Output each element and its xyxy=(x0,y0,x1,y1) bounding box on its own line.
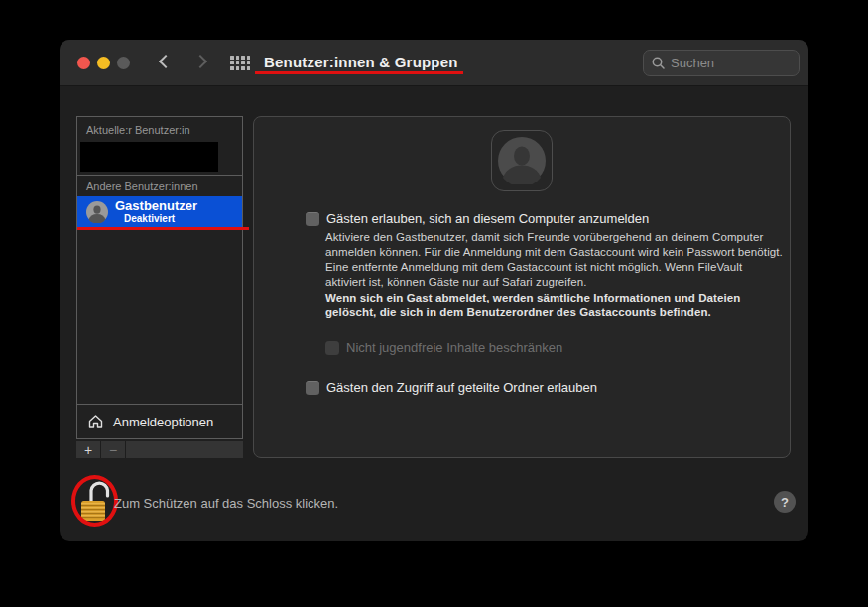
lock-hint-text: Zum Schützen auf das Schloss klicken. xyxy=(114,496,338,511)
search-input[interactable] xyxy=(671,56,791,70)
allow-guest-login-checkbox[interactable] xyxy=(306,212,319,226)
login-options-label: Anmeldeoptionen xyxy=(113,415,213,429)
toolbar-spacer xyxy=(126,441,243,458)
sidebar-divider xyxy=(77,175,242,176)
shared-folders-label: Gästen den Zugriff auf geteilte Ordner e… xyxy=(326,380,597,395)
guest-user-settings-panel: Gästen erlauben, sich an diesem Computer… xyxy=(253,116,791,458)
add-user-button[interactable]: + xyxy=(76,441,101,458)
annotation-lock-circle xyxy=(71,475,118,527)
home-icon xyxy=(87,414,104,429)
minimize-button[interactable] xyxy=(97,57,110,69)
sidebar-item-login-options[interactable]: Anmeldeoptionen xyxy=(77,405,242,438)
guest-warning-text: Wenn sich ein Gast abmeldet, werden sämt… xyxy=(325,291,784,320)
sidebar-item-guest-user[interactable]: Gastbenutzer Deaktiviert xyxy=(77,196,242,227)
restrict-content-checkbox xyxy=(325,341,339,355)
guest-user-name: Gastbenutzer xyxy=(115,199,197,212)
annotation-title-underline xyxy=(255,71,463,74)
shared-folders-checkbox[interactable] xyxy=(306,381,319,395)
guest-user-status: Deaktiviert xyxy=(115,214,197,224)
allow-guest-login-label: Gästen erlauben, sich an diesem Computer… xyxy=(326,211,649,226)
close-button[interactable] xyxy=(77,57,90,69)
user-list-toolbar: + − xyxy=(76,441,243,458)
person-avatar-icon xyxy=(498,137,546,184)
guest-avatar-placeholder xyxy=(491,130,553,191)
search-field[interactable] xyxy=(643,50,800,76)
page-title: Benutzer:innen & Gruppen xyxy=(264,54,458,70)
zoom-button[interactable] xyxy=(117,57,130,69)
current-user-header: Aktuelle:r Benutzer:in xyxy=(77,117,242,136)
other-users-header: Andere Benutzer:innen xyxy=(86,181,198,192)
forward-chevron-icon[interactable] xyxy=(193,55,207,68)
guest-description-text: Aktiviere den Gastbenutzer, damit sich F… xyxy=(325,230,784,290)
show-all-grid-icon[interactable] xyxy=(230,56,250,70)
back-chevron-icon[interactable] xyxy=(159,55,173,68)
help-button[interactable]: ? xyxy=(774,491,796,513)
annotation-guest-underline xyxy=(77,227,249,230)
screenshot-stage: Benutzer:innen & Gruppen Aktuelle:r Benu… xyxy=(0,0,868,607)
search-icon xyxy=(652,57,665,69)
redacted-current-user-row[interactable] xyxy=(80,142,218,172)
remove-user-button: − xyxy=(101,441,126,458)
user-list-sidebar: Aktuelle:r Benutzer:in Andere Benutzer:i… xyxy=(76,116,243,439)
users-groups-window: Benutzer:innen & Gruppen Aktuelle:r Benu… xyxy=(60,40,808,541)
restrict-content-label: Nicht jugendfreie Inhalte beschränken xyxy=(346,340,562,355)
guest-user-avatar-icon xyxy=(86,201,108,223)
titlebar: Benutzer:innen & Gruppen xyxy=(60,40,808,86)
